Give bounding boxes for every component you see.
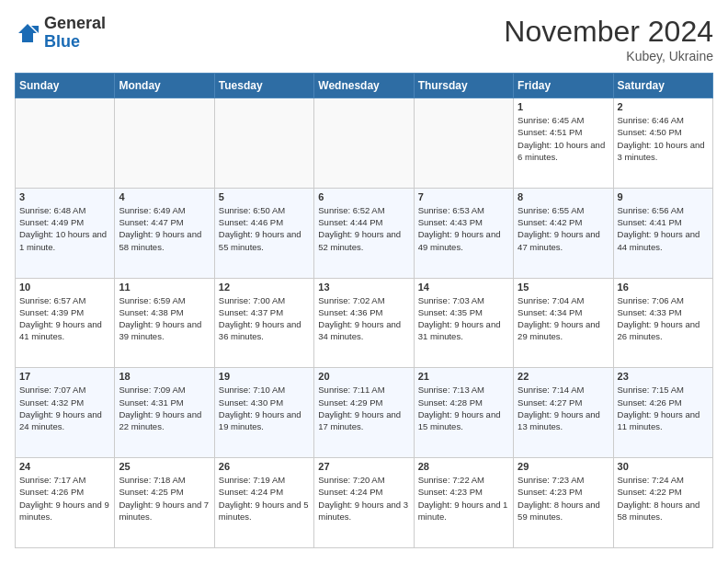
calendar-day-cell: 1Sunrise: 6:45 AMSunset: 4:51 PMDaylight… — [514, 98, 613, 189]
page: General Blue November 2024 Kubey, Ukrain… — [0, 0, 728, 563]
calendar-day-cell: 22Sunrise: 7:14 AMSunset: 4:27 PMDayligh… — [514, 368, 613, 458]
calendar-day-cell — [115, 98, 214, 189]
day-number: 16 — [618, 282, 709, 293]
calendar-day-cell: 23Sunrise: 7:15 AMSunset: 4:26 PMDayligh… — [613, 368, 712, 458]
calendar-header-tuesday: Tuesday — [214, 74, 313, 98]
header: General Blue November 2024 Kubey, Ukrain… — [15, 15, 713, 63]
calendar-day-cell — [214, 98, 313, 189]
calendar-day-cell — [16, 98, 115, 189]
day-number: 9 — [618, 191, 709, 202]
calendar-day-cell: 30Sunrise: 7:24 AMSunset: 4:22 PMDayligh… — [613, 458, 712, 548]
calendar-day-cell: 27Sunrise: 7:20 AMSunset: 4:24 PMDayligh… — [314, 458, 414, 548]
day-number: 25 — [119, 461, 210, 472]
day-number: 28 — [418, 461, 509, 472]
logo-icon — [15, 20, 40, 46]
day-info: Sunrise: 7:24 AMSunset: 4:22 PMDaylight:… — [618, 474, 709, 523]
calendar-day-cell: 5Sunrise: 6:50 AMSunset: 4:46 PMDaylight… — [214, 188, 313, 278]
day-info: Sunrise: 6:57 AMSunset: 4:39 PMDaylight:… — [19, 294, 110, 343]
day-number: 12 — [219, 282, 310, 293]
day-number: 5 — [219, 191, 310, 202]
day-number: 21 — [418, 371, 509, 382]
day-number: 30 — [618, 461, 709, 472]
calendar-day-cell: 14Sunrise: 7:03 AMSunset: 4:35 PMDayligh… — [414, 278, 513, 368]
day-info: Sunrise: 7:20 AMSunset: 4:24 PMDaylight:… — [318, 474, 409, 523]
day-number: 8 — [518, 191, 609, 202]
calendar-day-cell: 9Sunrise: 6:56 AMSunset: 4:41 PMDaylight… — [613, 188, 712, 278]
day-info: Sunrise: 7:23 AMSunset: 4:23 PMDaylight:… — [518, 474, 609, 523]
day-info: Sunrise: 7:22 AMSunset: 4:23 PMDaylight:… — [418, 474, 509, 523]
day-number: 15 — [518, 282, 609, 293]
day-number: 20 — [318, 371, 409, 382]
calendar-table: SundayMondayTuesdayWednesdayThursdayFrid… — [15, 73, 713, 548]
calendar-day-cell: 4Sunrise: 6:49 AMSunset: 4:47 PMDaylight… — [115, 188, 214, 278]
calendar-day-cell: 18Sunrise: 7:09 AMSunset: 4:31 PMDayligh… — [115, 368, 214, 458]
calendar-day-cell: 2Sunrise: 6:46 AMSunset: 4:50 PMDaylight… — [613, 98, 712, 189]
day-number: 18 — [119, 371, 210, 382]
day-info: Sunrise: 6:46 AMSunset: 4:50 PMDaylight:… — [618, 114, 709, 163]
calendar-day-cell: 10Sunrise: 6:57 AMSunset: 4:39 PMDayligh… — [16, 278, 115, 368]
calendar-day-cell: 29Sunrise: 7:23 AMSunset: 4:23 PMDayligh… — [514, 458, 613, 548]
calendar-day-cell: 3Sunrise: 6:48 AMSunset: 4:49 PMDaylight… — [16, 188, 115, 278]
calendar-day-cell: 6Sunrise: 6:52 AMSunset: 4:44 PMDaylight… — [314, 188, 414, 278]
calendar-day-cell: 16Sunrise: 7:06 AMSunset: 4:33 PMDayligh… — [613, 278, 712, 368]
calendar-week-row: 1Sunrise: 6:45 AMSunset: 4:51 PMDaylight… — [16, 98, 713, 189]
day-info: Sunrise: 6:50 AMSunset: 4:46 PMDaylight:… — [219, 204, 310, 253]
day-number: 2 — [618, 101, 709, 112]
day-number: 13 — [318, 282, 409, 293]
calendar-week-row: 17Sunrise: 7:07 AMSunset: 4:32 PMDayligh… — [16, 368, 713, 458]
calendar-day-cell: 28Sunrise: 7:22 AMSunset: 4:23 PMDayligh… — [414, 458, 513, 548]
day-info: Sunrise: 7:14 AMSunset: 4:27 PMDaylight:… — [518, 384, 609, 432]
day-info: Sunrise: 7:13 AMSunset: 4:28 PMDaylight:… — [418, 384, 509, 432]
day-info: Sunrise: 6:55 AMSunset: 4:42 PMDaylight:… — [518, 204, 609, 253]
calendar-day-cell — [314, 98, 414, 189]
day-info: Sunrise: 7:07 AMSunset: 4:32 PMDaylight:… — [19, 384, 110, 432]
day-number: 29 — [518, 461, 609, 472]
calendar-day-cell: 8Sunrise: 6:55 AMSunset: 4:42 PMDaylight… — [514, 188, 613, 278]
day-number: 17 — [19, 371, 110, 382]
calendar-header-saturday: Saturday — [613, 74, 712, 98]
calendar-day-cell — [414, 98, 513, 189]
day-number: 26 — [219, 461, 310, 472]
day-info: Sunrise: 7:02 AMSunset: 4:36 PMDaylight:… — [318, 294, 409, 343]
calendar-day-cell: 24Sunrise: 7:17 AMSunset: 4:26 PMDayligh… — [16, 458, 115, 548]
calendar-day-cell: 13Sunrise: 7:02 AMSunset: 4:36 PMDayligh… — [314, 278, 414, 368]
day-number: 19 — [219, 371, 310, 382]
calendar-day-cell: 15Sunrise: 7:04 AMSunset: 4:34 PMDayligh… — [514, 278, 613, 368]
calendar-header-sunday: Sunday — [16, 74, 115, 98]
month-title: November 2024 — [504, 15, 713, 49]
calendar-week-row: 10Sunrise: 6:57 AMSunset: 4:39 PMDayligh… — [16, 278, 713, 368]
day-info: Sunrise: 6:45 AMSunset: 4:51 PMDaylight:… — [518, 114, 609, 163]
day-info: Sunrise: 7:10 AMSunset: 4:30 PMDaylight:… — [219, 384, 310, 432]
day-info: Sunrise: 7:03 AMSunset: 4:35 PMDaylight:… — [418, 294, 509, 343]
day-info: Sunrise: 6:53 AMSunset: 4:43 PMDaylight:… — [418, 204, 509, 253]
day-info: Sunrise: 6:49 AMSunset: 4:47 PMDaylight:… — [119, 204, 210, 253]
day-info: Sunrise: 7:11 AMSunset: 4:29 PMDaylight:… — [318, 384, 409, 432]
day-number: 14 — [418, 282, 509, 293]
calendar-week-row: 24Sunrise: 7:17 AMSunset: 4:26 PMDayligh… — [16, 458, 713, 548]
location: Kubey, Ukraine — [504, 49, 713, 63]
day-info: Sunrise: 6:48 AMSunset: 4:49 PMDaylight:… — [19, 204, 110, 253]
day-info: Sunrise: 7:06 AMSunset: 4:33 PMDaylight:… — [618, 294, 709, 343]
calendar-day-cell: 26Sunrise: 7:19 AMSunset: 4:24 PMDayligh… — [214, 458, 313, 548]
day-number: 3 — [19, 191, 110, 202]
calendar-day-cell: 7Sunrise: 6:53 AMSunset: 4:43 PMDaylight… — [414, 188, 513, 278]
calendar-day-cell: 20Sunrise: 7:11 AMSunset: 4:29 PMDayligh… — [314, 368, 414, 458]
day-number: 22 — [518, 371, 609, 382]
day-info: Sunrise: 7:18 AMSunset: 4:25 PMDaylight:… — [119, 474, 210, 523]
calendar-header-thursday: Thursday — [414, 74, 513, 98]
day-info: Sunrise: 7:04 AMSunset: 4:34 PMDaylight:… — [518, 294, 609, 343]
day-info: Sunrise: 6:56 AMSunset: 4:41 PMDaylight:… — [618, 204, 709, 253]
calendar-header-row: SundayMondayTuesdayWednesdayThursdayFrid… — [16, 74, 713, 98]
day-number: 1 — [518, 101, 609, 112]
day-number: 27 — [318, 461, 409, 472]
day-info: Sunrise: 7:00 AMSunset: 4:37 PMDaylight:… — [219, 294, 310, 343]
title-block: November 2024 Kubey, Ukraine — [504, 15, 713, 63]
day-info: Sunrise: 6:59 AMSunset: 4:38 PMDaylight:… — [119, 294, 210, 343]
calendar-week-row: 3Sunrise: 6:48 AMSunset: 4:49 PMDaylight… — [16, 188, 713, 278]
day-info: Sunrise: 7:15 AMSunset: 4:26 PMDaylight:… — [618, 384, 709, 432]
calendar-day-cell: 25Sunrise: 7:18 AMSunset: 4:25 PMDayligh… — [115, 458, 214, 548]
day-info: Sunrise: 7:09 AMSunset: 4:31 PMDaylight:… — [119, 384, 210, 432]
day-info: Sunrise: 7:17 AMSunset: 4:26 PMDaylight:… — [19, 474, 110, 523]
logo: General Blue — [15, 15, 106, 52]
logo-text: General Blue — [44, 15, 106, 52]
